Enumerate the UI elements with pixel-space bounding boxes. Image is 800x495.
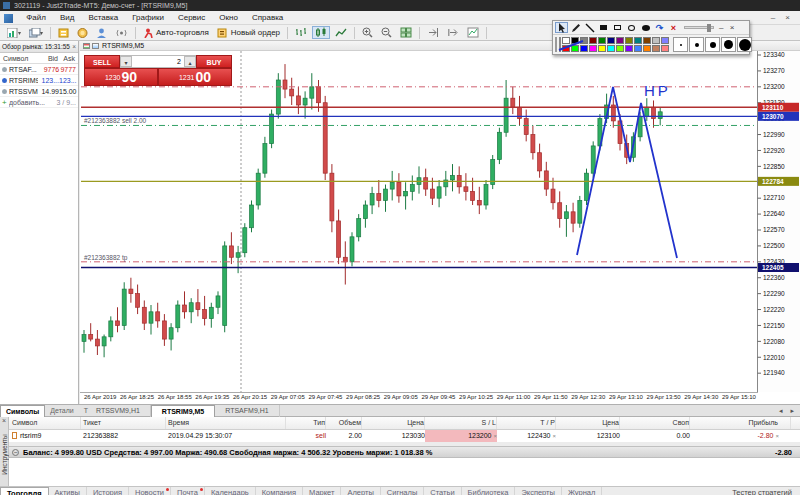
chart-shift-button[interactable] bbox=[424, 26, 442, 39]
rect-tool-icon[interactable] bbox=[611, 22, 624, 33]
color-swatch[interactable] bbox=[616, 45, 624, 52]
zoom-out-button[interactable] bbox=[378, 26, 395, 39]
profiles-button[interactable] bbox=[26, 26, 46, 39]
navigator-button[interactable] bbox=[93, 26, 110, 39]
menu-item-Сервис[interactable]: Сервис bbox=[171, 11, 212, 25]
color-swatch[interactable] bbox=[616, 37, 624, 44]
strategy-tester-label[interactable]: Тестер стратегий bbox=[732, 487, 800, 495]
bottom-tab-Сигналы[interactable]: Сигналы bbox=[381, 487, 424, 495]
bottom-tab-Журнал[interactable]: Журнал bbox=[562, 487, 602, 495]
volume-value[interactable]: 2 bbox=[132, 56, 184, 67]
candle-body bbox=[397, 182, 401, 196]
close-position-icon[interactable]: × bbox=[775, 430, 779, 442]
brush-size-option[interactable] bbox=[721, 37, 736, 52]
time-axis-label: 29 Apr 13:50 bbox=[647, 394, 681, 404]
bottom-tab-Статьи[interactable]: Статьи bbox=[424, 487, 461, 495]
color-swatch[interactable] bbox=[661, 37, 669, 44]
select-tool-icon[interactable] bbox=[555, 22, 568, 33]
color-swatch[interactable] bbox=[643, 45, 651, 52]
line-chart-button[interactable] bbox=[332, 26, 350, 39]
bottom-tab-История[interactable]: История bbox=[87, 487, 129, 495]
color-swatch[interactable] bbox=[607, 45, 615, 52]
position-tp-cell[interactable]: 122430× bbox=[497, 430, 556, 442]
filled-ellipse-tool-icon[interactable] bbox=[639, 22, 652, 33]
tab-scroll-arrows[interactable]: ◂ ▸ bbox=[779, 407, 797, 415]
candles-chart-button[interactable] bbox=[312, 26, 330, 39]
color-swatch[interactable] bbox=[634, 45, 642, 52]
child-window-controls[interactable]: – × bbox=[771, 11, 794, 24]
bottom-tab-Маркет[interactable]: Маркет bbox=[303, 487, 341, 495]
bottom-tab-Активы[interactable]: Активы bbox=[49, 487, 87, 495]
palette-window-controls[interactable]: – × bbox=[719, 23, 736, 32]
clear-drawing-icon[interactable]: × bbox=[667, 22, 680, 33]
market-watch-row[interactable]: RTSAF...97769777 bbox=[0, 64, 78, 75]
filled-rect-tool-icon[interactable] bbox=[597, 22, 610, 33]
color-swatch[interactable] bbox=[625, 37, 633, 44]
color-swatch[interactable] bbox=[634, 37, 642, 44]
indicators-button[interactable] bbox=[464, 26, 482, 39]
position-sl-cell[interactable]: 123200× bbox=[425, 430, 497, 442]
color-swatch[interactable] bbox=[652, 45, 660, 52]
brush-size-option[interactable] bbox=[673, 37, 688, 52]
bottom-tab-Новости[interactable]: Новости bbox=[129, 487, 171, 495]
position-profit-cell[interactable]: -2.80× bbox=[690, 430, 791, 442]
add-symbol-row[interactable]: + добавить... 3 / 9... bbox=[0, 97, 78, 108]
bottom-tab-Почта[interactable]: Почта bbox=[171, 487, 205, 495]
brush-size-option[interactable] bbox=[689, 37, 704, 52]
open-position-row[interactable]: rtsrim9 212363882 2019.04.29 15:30:07 se… bbox=[9, 430, 800, 442]
remove-sl-icon[interactable]: × bbox=[493, 430, 497, 442]
time-axis-label: 29 Apr 11:00 bbox=[497, 394, 531, 404]
tile-windows-button[interactable] bbox=[397, 26, 415, 39]
data-window-button[interactable] bbox=[74, 26, 91, 39]
color-swatch[interactable] bbox=[607, 37, 615, 44]
menu-item-Вставка[interactable]: Вставка bbox=[81, 11, 125, 25]
auto-scroll-button[interactable] bbox=[444, 26, 462, 39]
bottom-tab-Торговля[interactable]: Торговля bbox=[0, 487, 49, 495]
collapse-icon[interactable]: − bbox=[12, 449, 19, 456]
color-swatch[interactable] bbox=[643, 37, 651, 44]
menu-item-Окно[interactable]: Окно bbox=[212, 11, 245, 25]
market-watch-row[interactable]: RTSRIM9123...123... bbox=[0, 75, 78, 86]
sell-price-display[interactable]: 1230 90 bbox=[84, 68, 158, 86]
color-swatch[interactable] bbox=[589, 37, 597, 44]
bottom-tab-Библиотека[interactable]: Библиотека bbox=[462, 487, 516, 495]
color-swatch[interactable] bbox=[661, 45, 669, 52]
menu-item-Графики[interactable]: Графики bbox=[125, 11, 171, 25]
autotrade-button[interactable]: Авто-торговля bbox=[140, 26, 212, 39]
candle-body bbox=[464, 187, 468, 192]
zoom-in-button[interactable] bbox=[359, 26, 376, 39]
ellipse-tool-icon[interactable] bbox=[625, 22, 638, 33]
volume-up-icon[interactable]: ▴ bbox=[184, 56, 196, 67]
bottom-tab-Календарь[interactable]: Календарь bbox=[205, 487, 256, 495]
market-watch-close-icon[interactable]: × bbox=[72, 41, 76, 53]
volume-stepper[interactable]: ▾ 2 ▴ bbox=[120, 55, 196, 68]
sell-button[interactable]: SELL bbox=[84, 55, 120, 68]
color-swatch[interactable] bbox=[589, 45, 597, 52]
opacity-slider[interactable] bbox=[684, 26, 714, 29]
brush-size-option[interactable] bbox=[705, 37, 720, 52]
bottom-tab-Эксперты[interactable]: Эксперты bbox=[515, 487, 562, 495]
buy-button[interactable]: BUY bbox=[196, 55, 232, 68]
menu-item-Вид[interactable]: Вид bbox=[53, 11, 81, 25]
signal-icon[interactable] bbox=[112, 26, 131, 39]
brush-size-option[interactable] bbox=[737, 37, 752, 52]
menu-item-Справка[interactable]: Справка bbox=[245, 11, 290, 25]
bars-chart-button[interactable] bbox=[292, 26, 310, 39]
color-swatch[interactable] bbox=[598, 37, 606, 44]
bottom-tab-Компания[interactable]: Компания bbox=[256, 487, 303, 495]
pencil-tool-icon[interactable] bbox=[569, 22, 582, 33]
undo-icon[interactable]: ↷ bbox=[653, 22, 666, 33]
new-chart-button[interactable] bbox=[4, 26, 24, 39]
volume-down-icon[interactable]: ▾ bbox=[120, 56, 132, 67]
chart-plot[interactable]: #212363882 sell 2.00#212363882 tpНР12334… bbox=[80, 51, 800, 392]
color-swatch[interactable] bbox=[625, 45, 633, 52]
buy-price-display[interactable]: 1231 00 bbox=[158, 68, 232, 86]
color-swatch[interactable] bbox=[598, 45, 606, 52]
market-watch-row[interactable]: RTSSVM914.9915.00 bbox=[0, 86, 78, 97]
menu-item-Файл[interactable]: Файл bbox=[19, 11, 53, 25]
line-tool-icon[interactable] bbox=[583, 22, 596, 33]
market-watch-button[interactable] bbox=[55, 26, 72, 39]
new-order-button[interactable]: Новый ордер bbox=[214, 26, 283, 39]
bottom-tab-Алерты[interactable]: Алерты bbox=[341, 487, 380, 495]
color-swatch[interactable] bbox=[652, 37, 660, 44]
